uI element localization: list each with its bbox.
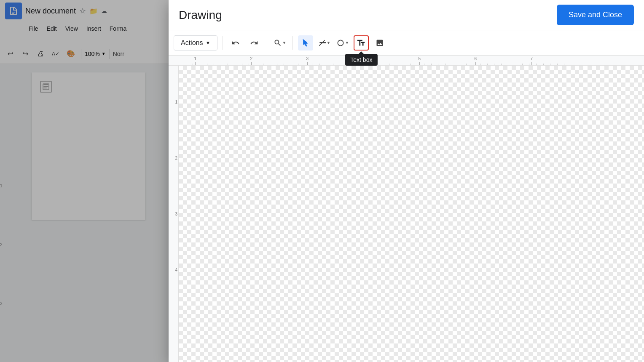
zoom-arrow-icon: ▼	[282, 40, 286, 45]
dialog-title: Drawing	[179, 8, 222, 22]
drawing-image-button[interactable]	[372, 35, 387, 51]
drawing-select-button[interactable]	[298, 35, 313, 51]
actions-arrow-icon: ▼	[205, 40, 210, 46]
svg-point-5	[338, 40, 343, 45]
divider-2	[267, 36, 267, 50]
drawing-canvas-container[interactable]: 1234567 1234	[169, 56, 644, 362]
top-ruler: 1234567	[169, 56, 644, 66]
drawing-line-button[interactable]: ▼	[317, 35, 332, 51]
shapes-arrow-icon: ▼	[345, 40, 349, 45]
drawing-undo-button[interactable]	[228, 35, 243, 51]
dialog-header: Drawing Save and Close	[169, 0, 644, 30]
divider-1	[223, 36, 223, 50]
actions-label: Actions	[181, 39, 203, 47]
drawing-redo-button[interactable]	[247, 35, 262, 51]
drawing-dialog: Drawing Save and Close Actions ▼	[169, 0, 644, 362]
actions-button[interactable]: Actions ▼	[174, 35, 217, 51]
text-box-wrapper: Text box	[354, 35, 369, 51]
divider-3	[292, 36, 293, 50]
left-ruler: 1234	[169, 66, 179, 362]
drawing-toolbar: Actions ▼ ▼	[169, 30, 644, 56]
line-arrow-icon: ▼	[326, 40, 330, 45]
save-close-button[interactable]: Save and Close	[557, 5, 634, 25]
drawing-canvas[interactable]	[179, 66, 644, 362]
drawing-text-box-button[interactable]	[354, 35, 369, 51]
drawing-zoom-button[interactable]: ▼	[272, 35, 287, 51]
drawing-shapes-button[interactable]: ▼	[335, 35, 350, 51]
